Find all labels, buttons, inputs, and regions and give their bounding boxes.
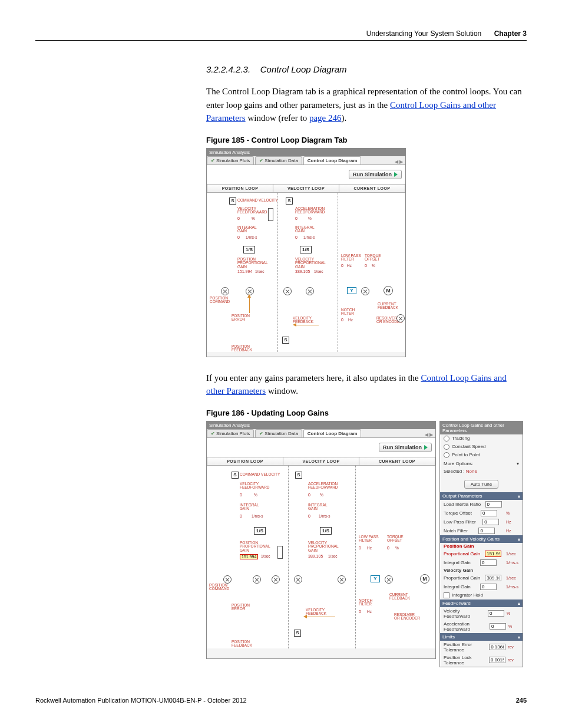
run-simulation-button[interactable]: Run Simulation: [379, 443, 432, 452]
motor-block: M: [420, 574, 429, 584]
sum-node: [283, 287, 292, 295]
section-title: Control Loop Diagram: [260, 64, 347, 74]
window-title: Simulation Analysis: [207, 421, 435, 429]
integrator-block-pos: 1/S: [254, 527, 266, 535]
label-accel-ff: ACCELERATION FEEDFORWARD: [295, 207, 325, 215]
label-velocity-feedback: VELOCITY FEEDBACK: [306, 608, 326, 616]
s-block: S: [229, 197, 236, 205]
sum-node: [223, 575, 232, 584]
integrator-block-pos: 1/S: [243, 246, 255, 253]
label-torque-offset: TORQUE OFFSET: [365, 254, 381, 262]
loop-column-headers: POSITION LOOP VELOCITY LOOP CURRENT LOOP: [207, 457, 435, 466]
section-feedforward[interactable]: FeedForward▴: [440, 599, 523, 607]
tab-simulation-plots[interactable]: ✔Simulation Plots: [207, 156, 254, 164]
label-command-velocity: COMMAND VELOCITY: [237, 199, 277, 203]
side-panel-title: Control Loop Gains and other Parameters: [440, 421, 523, 434]
sum-node: [338, 575, 346, 584]
label-velocity-feedback: VELOCITY FEEDBACK: [293, 317, 313, 324]
label-integral-gain-pos: INTEGRAL GAIN: [240, 503, 259, 511]
section-position-velocity-gains[interactable]: Position and Velocity Gains▴: [440, 535, 523, 543]
auto-tune-button[interactable]: Auto Tune: [464, 480, 498, 489]
input-pos-prop-gain[interactable]: [485, 551, 501, 557]
subhead-velocity-gain: Velocity Gain: [440, 567, 523, 574]
label-current-feedback: CURRENT FEEDBACK: [389, 593, 410, 601]
input-load-inertia[interactable]: [485, 501, 502, 508]
header-title: Understanding Your System Solution: [366, 29, 481, 38]
sum-node: [272, 575, 280, 584]
integrator-block-vel: 1/S: [320, 527, 332, 535]
y-block: Y: [347, 287, 356, 294]
label-notch: NOTCH FILTER: [359, 599, 372, 607]
s-block: S: [295, 472, 302, 479]
checkbox-integrator-hold[interactable]: [444, 592, 449, 598]
value-vel-prop-gain[interactable]: 389.105: [308, 554, 323, 558]
s-block: S: [282, 337, 289, 344]
tab-control-loop-diagram[interactable]: Control Loop Diagram: [303, 156, 361, 164]
input-pos-lock-tol[interactable]: [489, 657, 505, 663]
side-panel-gains: Control Loop Gains and other Parameters …: [439, 421, 523, 667]
tabs-scroll-arrows[interactable]: ◀ ▶: [425, 432, 435, 437]
input-vel-prop-gain[interactable]: [485, 575, 501, 581]
run-simulation-button[interactable]: Run Simulation: [349, 170, 402, 179]
y-block: Y: [371, 575, 380, 582]
col-current-loop: CURRENT LOOP: [339, 185, 405, 192]
input-pos-prop-gain[interactable]: 151.994: [240, 554, 258, 559]
input-accel-ff[interactable]: [490, 623, 506, 630]
integrator-block-vel: 1/S: [300, 246, 312, 253]
figure-186-caption: Figure 186 - Updating Loop Gains: [206, 409, 527, 417]
sum-node: [253, 575, 261, 584]
diagram-canvas: S COMMAND VELOCITY VELOCITY FEEDFORWARD …: [207, 193, 405, 352]
input-torque-offset[interactable]: [481, 510, 497, 516]
section-limits[interactable]: Limits▴: [440, 633, 523, 641]
collapse-icon: ▴: [518, 536, 520, 542]
chevron-down-icon: ▾: [517, 461, 519, 466]
radio-tracking[interactable]: [444, 436, 449, 442]
encoder-node: [396, 314, 405, 322]
tab-simulation-data[interactable]: ✔Simulation Data: [255, 156, 302, 164]
tab-control-loop-diagram[interactable]: Control Loop Diagram: [303, 429, 361, 437]
slider-velocity-ff[interactable]: [268, 208, 273, 221]
tabs-bar: ✔Simulation Plots ✔Simulation Data Contr…: [207, 156, 405, 165]
figure-185: Simulation Analysis ✔Simulation Plots ✔S…: [206, 148, 406, 357]
value-pos-prop-gain[interactable]: 151.994: [237, 269, 252, 274]
sum-node: [361, 287, 369, 295]
tab-simulation-plots[interactable]: ✔Simulation Plots: [207, 429, 254, 437]
more-options-toggle[interactable]: More Options:▾: [440, 459, 523, 468]
col-velocity-loop: VELOCITY LOOP: [273, 185, 339, 192]
input-lowpass[interactable]: [482, 519, 499, 525]
input-vel-int-gain[interactable]: [480, 584, 497, 590]
header-chapter: Chapter 3: [494, 29, 527, 38]
slider-pos-prop-gain[interactable]: [277, 546, 283, 559]
radio-constant-speed[interactable]: [444, 444, 449, 450]
input-pos-int-gain[interactable]: [480, 559, 497, 566]
motor-block: M: [384, 286, 393, 295]
label-command-velocity: COMMAND VELOCITY: [240, 473, 280, 477]
input-pos-err-tol[interactable]: [489, 644, 505, 650]
label-lowpass: LOW PASS FILTER: [341, 254, 361, 262]
value-vel-prop-gain[interactable]: 389.105: [295, 269, 310, 274]
play-icon: [424, 445, 428, 450]
label-integral-gain-vel: INTEGRAL GAIN: [295, 226, 315, 233]
label-vel-prop-gain: VELOCITY PROPORTIONAL GAIN: [295, 258, 326, 269]
label-integral-gain-pos: INTEGRAL GAIN: [237, 226, 257, 233]
collapse-icon: ▴: [518, 634, 520, 640]
label-integral-gain-vel: INTEGRAL GAIN: [308, 503, 328, 511]
section-output-parameters[interactable]: Output Parameters▴: [440, 492, 523, 500]
link-page-246[interactable]: page 246: [309, 113, 342, 123]
radio-point-to-point[interactable]: [444, 452, 449, 458]
label-torque-offset: TORQUE OFFSET: [387, 535, 404, 543]
tabs-bar: ✔Simulation Plots ✔Simulation Data Contr…: [207, 429, 435, 438]
label-vel-prop-gain: VELOCITY PROPORTIONAL GAIN: [308, 541, 339, 553]
footer-page-number: 245: [516, 697, 527, 704]
loop-column-headers: POSITION LOOP VELOCITY LOOP CURRENT LOOP: [207, 184, 405, 193]
tabs-scroll-arrows[interactable]: ◀ ▶: [395, 159, 405, 164]
input-velocity-ff[interactable]: [488, 610, 504, 617]
input-notch[interactable]: [478, 528, 495, 534]
tab-simulation-data[interactable]: ✔Simulation Data: [255, 429, 302, 437]
label-resolver: RESOLVER OR ENCODER: [394, 613, 420, 621]
section-number: 3.2.2.4.2.3.: [206, 64, 250, 74]
label-pos-prop-gain: POSITION PROPORTIONAL GAIN: [237, 258, 268, 269]
sum-node: [221, 287, 229, 295]
label-notch: NOTCH FILTER: [341, 308, 355, 316]
collapse-icon: ▴: [518, 493, 520, 499]
